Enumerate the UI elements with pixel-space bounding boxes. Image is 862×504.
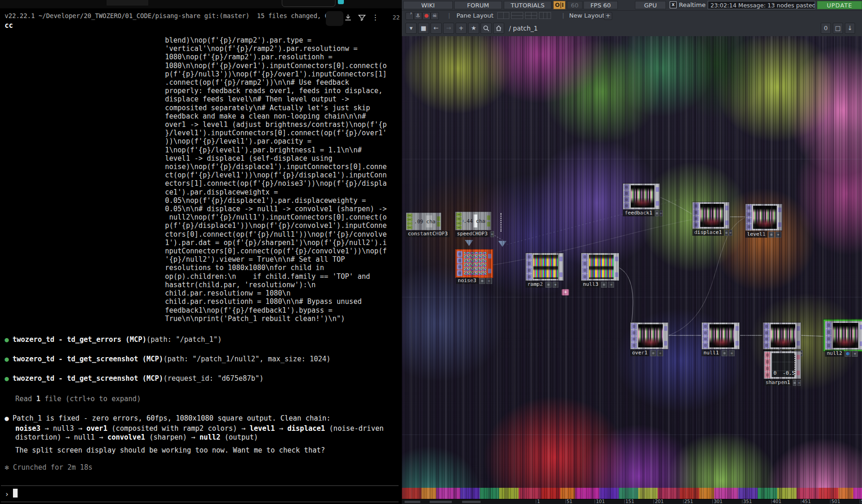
node-name-label[interactable]: feedback1 [623,210,654,216]
node-flag-button[interactable] [650,350,656,356]
node-constantCHOP3[interactable]: 0.09 chanconstantCHOP3 [406,213,441,237]
tool-call-line[interactable]: ●twozero_td - td_get_screenshot (MCP)(pa… [5,355,330,363]
node-name-label[interactable]: level1 [745,231,767,238]
node-null2[interactable]: null2+ [825,321,862,357]
oi-toggle[interactable]: O|I [553,1,565,9]
node-viewer-thumbnail[interactable] [700,204,724,227]
error-counter[interactable]: 0 [821,23,831,34]
node-flag-button[interactable] [725,230,728,236]
node-viewer-thumbnail[interactable] [638,324,663,347]
back-icon[interactable]: ← [431,23,442,34]
status-message[interactable]: 23:02:14 Message: 13 nodes pasted [708,1,815,9]
node-parameter-icons[interactable] [456,251,463,277]
gpu-button[interactable]: GPU [635,1,666,9]
node-output-connectors[interactable] [488,251,492,277]
search-icon[interactable] [481,23,492,34]
node-expand-button[interactable]: + [729,230,732,236]
record-icon[interactable]: ● [422,12,431,20]
home-icon[interactable] [493,23,504,34]
read-note[interactable]: Read 1 file (ctrl+o to expand) [15,395,141,403]
node-output-connectors[interactable] [859,321,862,349]
panel-expand-icon[interactable]: ︐ [406,12,414,20]
pane-preset-3col[interactable] [539,12,551,19]
node-name-label[interactable]: sharpen1 [764,379,792,386]
node-parameter-icons[interactable] [582,253,588,280]
node-ramp2[interactable]: ramp2++ [526,253,564,288]
anchor-icon[interactable]: ⚓ [414,12,422,20]
realtime-toggle[interactable]: x Realtime [670,1,705,8]
network-editor[interactable]: 0.09 chanconstantCHOP30.44 chanspeedCHOP… [402,36,862,499]
collapse-down-icon[interactable]: ↓ [845,23,855,34]
tool-call-line[interactable]: ●twozero_td - td_get_errors (MCP)(path: … [5,335,330,344]
node-name-label[interactable]: displace1 [692,229,724,236]
node-flag-button[interactable] [768,232,774,238]
menu-tab-forum[interactable]: FORUM [454,1,502,9]
menu-tab-wiki[interactable]: WIKI [403,1,453,9]
node-parameter-icons[interactable] [526,253,532,280]
node-name-label[interactable]: over1 [630,350,649,356]
forward-icon[interactable]: → [443,23,454,34]
node-parameter-icons[interactable] [456,212,462,230]
node-viewer-thumbnail[interactable] [710,324,734,347]
node-name-label[interactable]: speedCHOP3 [455,231,489,237]
update-button[interactable]: UPDATE [817,1,862,9]
node-output-connectors[interactable] [664,323,668,349]
node-viewer-thumbnail[interactable] [771,324,795,347]
prompt-input-box[interactable]: › [1,485,399,502]
node-speedCHOP3[interactable]: 0.44 chanspeedCHOP3+ [455,212,491,237]
pane-preset-hsplit[interactable] [511,12,523,19]
node-viewer-thumbnail[interactable]: 0.09 chan [414,214,436,228]
node-output-connectors[interactable] [796,323,800,349]
node-name-label[interactable]: null2 [825,350,844,357]
node-viewer-thumbnail[interactable] [464,252,487,275]
node-output-connectors[interactable] [796,352,800,378]
node-expand-button[interactable]: + [797,380,801,386]
node-output-connectors[interactable] [437,213,441,230]
add-layout-button[interactable]: + [604,12,612,20]
node-output-connectors[interactable] [487,212,491,230]
node-expand-button[interactable]: + [852,351,858,357]
breadcrumb-path[interactable]: / patch_1 [509,25,538,32]
node-name-label[interactable]: constantCHOP3 [406,231,450,237]
pane-preset-quad[interactable] [525,12,537,19]
node-parameter-icons[interactable] [693,202,699,228]
node-flag-button[interactable] [655,210,659,216]
node-viewer-thumbnail[interactable] [533,255,558,279]
stop-icon[interactable]: ■ [418,23,429,34]
maximize-icon[interactable]: □ [833,23,843,34]
node-name-label[interactable]: noise3 [456,277,478,284]
node-output-connectors[interactable] [725,202,729,228]
node-null3[interactable]: null3+ [581,253,619,288]
filter-icon[interactable] [358,13,366,22]
node-output-connectors[interactable] [615,253,619,280]
node-parameter-icons[interactable] [763,323,770,349]
node-expand-button[interactable]: + [775,232,781,238]
node-output-connectors[interactable] [655,184,659,209]
node-parameter-icons[interactable] [406,213,413,230]
node-parameter-icons[interactable] [623,184,630,209]
comment-plus-badge[interactable]: + [562,289,569,296]
overflow-menu-icon[interactable]: ⋮ [372,13,379,22]
node-output-connectors[interactable] [559,253,563,280]
node-expand-button[interactable]: + [659,210,663,216]
node-flag-button[interactable] [601,282,607,288]
tool-call-line[interactable]: ●twozero_td - td_get_screenshot (MCP)(re… [5,374,330,383]
node-output-connectors[interactable] [778,204,782,230]
node-over1[interactable]: over1+ [630,322,668,356]
add-icon[interactable]: + [456,23,467,34]
node-viewer-thumbnail[interactable] [833,323,858,348]
node-viewer-thumbnail[interactable] [589,255,614,279]
node-expand-button[interactable]: + [729,350,735,356]
timeline-bar[interactable]: 151101151201251301351401451501551 [402,499,862,504]
node-name-label[interactable]: null1 [702,350,721,356]
node-expand-button[interactable]: + [552,282,558,288]
node-level1[interactable]: level1+ [745,204,782,238]
node-expand-button[interactable]: + [608,282,614,288]
node-expand-button[interactable]: + [657,350,663,356]
node-parameter-icons[interactable] [825,321,832,349]
node-parameter-icons[interactable] [746,204,752,230]
node-output-connectors[interactable] [735,323,739,349]
node-viewer-thumbnail[interactable]: 0.44 chan [463,214,486,228]
node-expand-button[interactable]: + [486,278,492,284]
node-expand-button[interactable]: + [490,231,494,237]
